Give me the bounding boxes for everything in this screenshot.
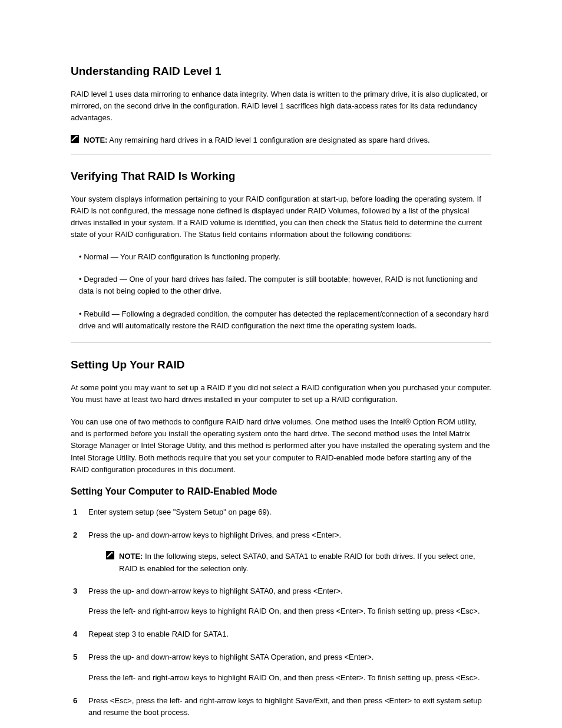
step-4: Repeat step 3 to enable RAID for SATA1. [88, 628, 491, 641]
bullet-normal: • Normal — Your RAID configuration is fu… [71, 251, 491, 263]
note-text: NOTE: Any remaining hard drives in a RAI… [84, 134, 430, 146]
steps-list: Enter system setup (see "System Setup" o… [71, 506, 491, 719]
step-2-note: NOTE: In the following steps, select SAT… [106, 551, 491, 574]
step-2: Press the up- and down-arrow keys to hig… [88, 529, 491, 575]
section-heading-raid1: Understanding RAID Level 1 [71, 65, 491, 78]
step-3: Press the up- and down-arrow keys to hig… [88, 585, 491, 618]
divider [71, 154, 491, 154]
svg-rect-0 [71, 135, 79, 143]
bullet-degraded: • Degraded — One of your hard drives has… [71, 274, 491, 297]
paragraph-setup-1: At some point you may want to set up a R… [71, 382, 491, 406]
bullet-rebuild: • Rebuild — Following a degraded conditi… [71, 308, 491, 332]
subsection-heading-enable: Setting Your Computer to RAID-Enabled Mo… [71, 486, 491, 497]
note-icon [106, 551, 114, 559]
svg-point-3 [112, 552, 113, 554]
paragraph-setup-2: You can use one of two methods to config… [71, 416, 491, 476]
step-5: Press the up- and down-arrow keys to hig… [88, 651, 491, 684]
divider [71, 342, 491, 343]
note-raid1: NOTE: Any remaining hard drives in a RAI… [71, 134, 491, 146]
svg-point-1 [77, 136, 78, 137]
svg-rect-2 [106, 551, 114, 559]
step-1: Enter system setup (see "System Setup" o… [88, 506, 491, 519]
paragraph-raid1: RAID level 1 uses data mirroring to enha… [71, 88, 491, 124]
step-6: Press <Esc>, press the left- and right-a… [88, 695, 491, 720]
paragraph-verify: Your system displays information pertain… [71, 193, 491, 241]
section-heading-setup: Setting Up Your RAID [71, 358, 491, 371]
section-heading-verify: Verifying That RAID Is Working [71, 170, 491, 183]
note-icon [71, 135, 79, 143]
